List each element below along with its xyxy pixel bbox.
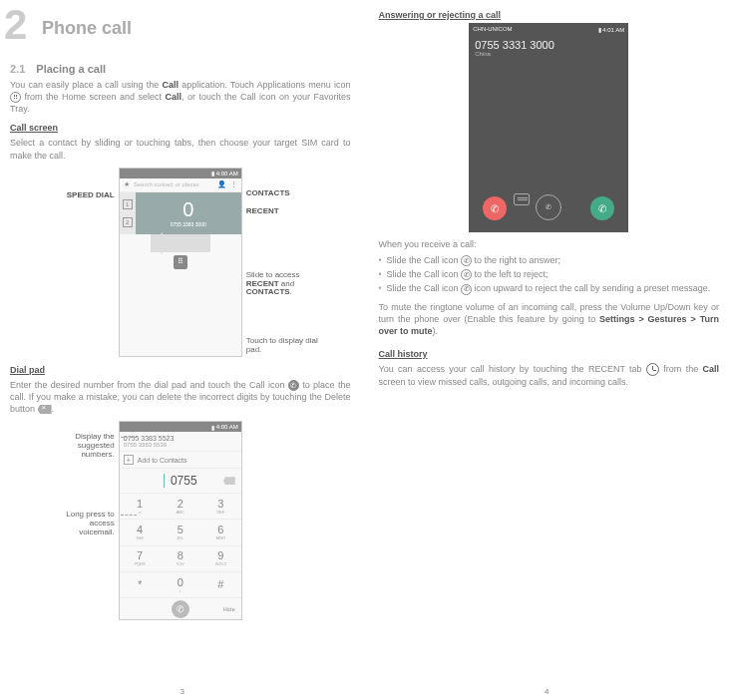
speed-dial-area: 1 2 0 0755 3383 3000 [120,192,241,234]
chapter-number: 2 [4,4,27,46]
speed-dial-tab-icon[interactable]: ★ [124,180,130,188]
dialpad-button[interactable]: ⠿ [174,255,187,269]
label-voicemail: Long press to access voicemail. [59,511,119,536]
key-2[interactable]: 2ABC [160,493,200,519]
dialpad-mock-block: Display the suggested numbers. Long pres… [119,421,242,620]
status-bar: CHN-UNICOM ▮ 4:01 AM [469,23,628,35]
section-heading: 2.1 Placing a call [10,63,351,75]
label-recent: RECENT [242,207,332,216]
sim-1[interactable]: 1 [123,199,133,209]
label-contacts: CONTACTS [242,189,332,198]
section-name: Placing a call [36,63,106,75]
dialpad-button-row: ⠿ [120,252,241,272]
keypad-bottom: ✆ Hide [120,597,241,619]
incoming-call-mock: CHN-UNICOM ▮ 4:01 AM 0755 3331 3000 Chin… [469,23,628,232]
delete-button[interactable] [223,477,235,485]
label-speed-dial: SPEED DIAL [59,191,119,200]
label-slide: Slide to access RECENT and CONTACTS. [242,271,332,297]
key-6[interactable]: 6MNO [200,519,241,544]
page-number: 3 [181,687,184,696]
search-input[interactable]: Search contact or places [134,181,213,187]
answering-heading: Answering or rejecting a call [379,10,720,20]
label-suggested: Display the suggested numbers. [59,433,119,459]
key-8[interactable]: 8TUV [160,545,200,571]
suggested-numbers[interactable]: 0755 3383 5523 0755 3383 5539 [120,432,241,452]
call-history-paragraph: You can access your call history by touc… [379,363,720,388]
key-3[interactable]: 3DEF [200,493,241,519]
key-7[interactable]: 7PQRS [120,545,161,571]
incoming-actions: ✆ ✆ ✆ [469,182,628,232]
key-*[interactable]: * [120,571,161,597]
message-icon [514,193,530,205]
signal-icon: ▮ [211,170,214,176]
manual-page-right: Answering or rejecting a call CHN-UNICOM… [365,0,730,700]
call-screen-mock: ▮ 4:00 AM ★ Search contact or places 👤 ⋮… [119,168,242,357]
contacts-tab-icon[interactable]: 👤 [217,180,226,188]
status-bar: ▮ 4:00 AM [120,422,241,432]
label-dialpad: Touch to display dial pad. [242,337,332,355]
incoming-location: China [475,51,622,57]
menu-icon[interactable]: ⋮ [230,180,237,188]
key-#[interactable]: # [200,571,241,597]
call-screen-paragraph: Select a contact by sliding or touching … [10,137,351,161]
swipe-hint [120,234,241,252]
speed-dial-tile[interactable]: 0 0755 3383 3000 [136,192,241,234]
sim-selector: 1 2 [120,192,136,234]
dialer-tabs: ★ Search contact or places 👤 ⋮ [120,178,241,192]
message-reject-button[interactable] [511,188,533,210]
dialpad-paragraph: Enter the desired number from the dial p… [10,379,351,415]
call-slider[interactable]: ✆ [536,194,561,220]
call-screen-mock-block: SPEED DIAL CONTACTS RECENT Slide to acce… [119,168,242,357]
key-9[interactable]: 9WXYZ [200,545,241,571]
bullet-item: Slide the Call icon ✆ to the right to an… [379,254,720,266]
plus-icon: + [124,455,134,465]
key-4[interactable]: 4GHI [120,519,161,544]
hide-button[interactable]: Hide [222,606,234,612]
call-icon: ✆ [461,269,472,280]
signal-icon: ▮ [211,424,214,431]
answer-bullets: Slide the Call icon ✆ to the right to an… [379,254,720,294]
mute-paragraph: To mute the ringtone volume of an incomi… [379,301,720,337]
recent-tab-icon [646,363,659,376]
page-number: 4 [545,687,548,696]
key-0[interactable]: 0+ [160,571,200,597]
bullet-item: Slide the Call icon ✆ to the left to rej… [379,268,720,280]
cursor [164,474,165,488]
dialpad-heading: Dial pad [10,365,351,375]
call-icon: ✆ [461,284,472,295]
intro-paragraph: You can easily place a call using the Ca… [10,79,351,115]
status-bar: ▮ 4:00 AM [120,169,241,178]
arrow-left-icon [151,234,210,252]
delete-icon [38,405,52,414]
key-5[interactable]: 5JKL [160,519,200,544]
call-icon: ✆ [461,255,472,266]
call-button[interactable]: ✆ [172,600,189,618]
add-to-contacts[interactable]: + Add to Contacts [120,452,241,469]
sim-2[interactable]: 2 [123,217,133,227]
apps-menu-icon: ⠿ [10,92,21,103]
incoming-number: 0755 3331 3000 [475,39,622,51]
keypad: 1∞2ABC3DEF4GHI5JKL6MNO7PQRS8TUV9WXYZ*0+# [120,493,241,597]
reject-button[interactable]: ✆ [483,196,507,220]
call-screen-heading: Call screen [10,123,351,133]
dialpad-mock: ▮ 4:00 AM 0755 3383 5523 0755 3383 5539 … [119,421,242,620]
chapter-title: Phone call [42,18,351,39]
bullet-item: Slide the Call icon ✆ icon upward to rej… [379,282,720,294]
answer-button[interactable]: ✆ [590,196,614,220]
section-number: 2.1 [10,63,25,75]
call-history-heading: Call history [379,349,720,359]
entered-number: 0755 [120,469,241,493]
manual-page-left: 2 Phone call 2.1 Placing a call You can … [0,0,365,700]
receive-intro: When you receive a call: [379,238,720,250]
call-icon: ✆ [288,380,299,391]
